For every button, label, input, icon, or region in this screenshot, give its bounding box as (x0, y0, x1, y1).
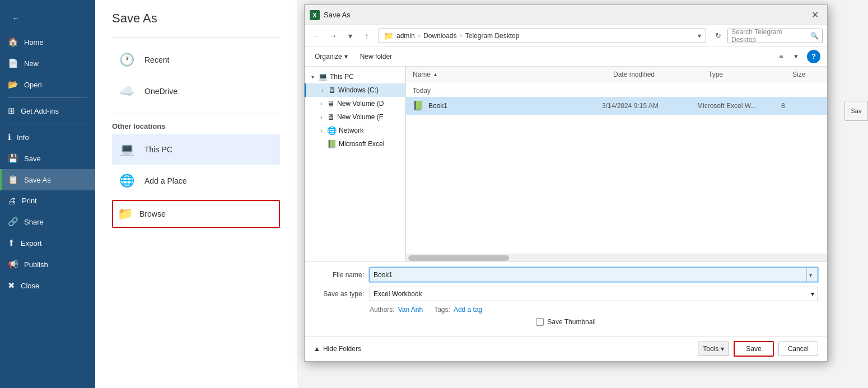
file-size-book1: 8 (781, 102, 820, 110)
tree-item-network[interactable]: › 🌐 Network (305, 124, 405, 137)
forward-button[interactable]: → (326, 29, 340, 43)
hide-folders-button[interactable]: ▲ Hide Folders (314, 345, 361, 353)
save-thumbnail-label[interactable]: Save Thumbnail (547, 318, 596, 326)
export-icon: ⬆ (8, 238, 15, 248)
tools-button[interactable]: Tools ▾ (698, 342, 729, 356)
location-item-this-pc[interactable]: 💻 This PC (112, 134, 280, 165)
tree-expand-nvd: › (318, 101, 325, 107)
dialog-organize-toolbar: Organize ▾ New folder ≡ ▾ ? (305, 46, 827, 67)
organize-label: Organize (315, 53, 342, 60)
nav-item-info[interactable]: ℹ Info (0, 127, 95, 148)
tree-item-microsoft-excel[interactable]: 📗 Microsoft Excel (305, 137, 405, 151)
nav-item-export[interactable]: ⬆ Export (0, 232, 95, 254)
save-as-type-select[interactable]: Excel Workbook ▾ (370, 287, 818, 301)
group-label-today: Today (413, 87, 431, 95)
authors-label: Authors: (370, 306, 395, 314)
tree-item-this-pc[interactable]: ▾ 💻 This PC (305, 70, 405, 83)
address-dropdown-arrow[interactable]: ▾ (698, 32, 701, 40)
nav-close-label: Close (21, 282, 39, 290)
nav-item-save[interactable]: 💾 Save (0, 148, 95, 169)
file-date-book1: 3/14/2024 9:15 AM (602, 102, 697, 110)
nav-divider-1 (8, 97, 87, 98)
tree-expand-this-pc: ▾ (309, 74, 316, 80)
nav-item-addins[interactable]: ⊞ Get Add-ins (0, 100, 95, 121)
save-thumbnail-checkbox[interactable] (536, 318, 544, 326)
backstage-nav: ← 🏠 Home 📄 New 📂 Open ⊞ Get Add-ins ℹ In… (0, 0, 95, 388)
recent-icon: 🕐 (115, 49, 138, 71)
nav-share-label: Share (24, 218, 44, 226)
tree-item-new-volume-d[interactable]: › 🖥 New Volume (D (305, 97, 405, 110)
nav-item-new[interactable]: 📄 New (0, 53, 95, 74)
nav-item-home[interactable]: 🏠 Home (0, 31, 95, 53)
thumbnail-row: Save Thumbnail (314, 318, 818, 326)
horizontal-scrollbar[interactable] (406, 254, 827, 261)
recent-label: Recent (144, 55, 169, 64)
col-size[interactable]: Size (788, 71, 827, 78)
file-name-value: Book1 (374, 271, 806, 279)
search-bar[interactable]: Search Telegram Desktop 🔍 (727, 29, 823, 43)
view-dropdown-button[interactable]: ▾ (789, 50, 802, 63)
save-as-type-label: Save as type: (314, 290, 370, 298)
file-row-book1[interactable]: 📗 Book1 3/14/2024 9:15 AM Microsoft Exce… (406, 97, 827, 115)
print-icon: 🖨 (8, 196, 16, 205)
add-tag-button[interactable]: Add a tag (454, 306, 482, 314)
dialog-titlebar: X Save As ✕ (305, 5, 827, 25)
authors-item: Authors: Van Anh (370, 306, 423, 314)
file-panel: Name ▲ Date modified Type Size Today (406, 67, 827, 261)
nav-item-share[interactable]: 🔗 Share (0, 211, 95, 232)
backstage-content: Save As 🕐 Recent ☁️ OneDrive Other locat… (95, 0, 297, 388)
cancel-button[interactable]: Cancel (778, 342, 818, 356)
excel-tree-label: Microsoft Excel (339, 140, 384, 148)
refresh-button[interactable]: ↻ (711, 29, 725, 43)
view-list-button[interactable]: ≡ (774, 50, 788, 63)
file-name-dropdown-arrow[interactable]: ▾ (806, 268, 814, 282)
col-size-label: Size (792, 71, 805, 78)
up-button[interactable]: ↑ (360, 29, 374, 43)
save-button[interactable]: Save (734, 341, 773, 357)
excel-x-label: X (312, 12, 316, 18)
new-folder-button[interactable]: New folder (356, 50, 396, 63)
back-button[interactable]: ← (309, 29, 324, 43)
address-bar[interactable]: 📁 admin › Downloads › Telegram Desktop ▾ (379, 29, 706, 43)
browse-item[interactable]: 📁 Browse (112, 200, 280, 228)
tree-item-windows-c[interactable]: › 🖥 Windows (C:) (305, 83, 405, 97)
browse-icon: 📁 (118, 207, 133, 221)
this-pc-label: This PC (144, 145, 172, 154)
file-icon-book1: 📗 (413, 100, 424, 111)
tree-item-new-volume-e[interactable]: › 🖥 New Volume (E (305, 110, 405, 124)
col-type[interactable]: Type (704, 71, 788, 78)
save-icon: 💾 (8, 153, 18, 163)
nav-item-open[interactable]: 📂 Open (0, 74, 95, 95)
hscroll-thumb[interactable] (408, 255, 509, 261)
save-type-dropdown-arrow[interactable]: ▾ (811, 290, 814, 298)
col-date-modified[interactable]: Date modified (609, 71, 704, 78)
nav-item-save-as[interactable]: 📋 Save As (0, 169, 95, 190)
nav-item-publish[interactable]: 📢 Publish (0, 254, 95, 275)
organize-button[interactable]: Organize ▾ (311, 50, 351, 63)
home-icon: 🏠 (8, 37, 18, 47)
help-button[interactable]: ? (807, 50, 820, 63)
location-item-add-place[interactable]: 🌐 Add a Place (112, 165, 280, 197)
dropdown-recent-button[interactable]: ▾ (343, 29, 357, 43)
col-name-label: Name (413, 71, 431, 78)
nav-back-button[interactable]: ← (4, 7, 27, 29)
file-type-book1: Microsoft Excel W... (697, 102, 781, 110)
tools-arrow-icon: ▾ (721, 345, 724, 353)
nav-item-close[interactable]: ✖ Close (0, 275, 95, 296)
location-item-recent[interactable]: 🕐 Recent (112, 44, 280, 76)
organize-arrow-icon: ▾ (344, 53, 348, 60)
dialog-close-button[interactable]: ✕ (807, 7, 823, 23)
backstage-title: Save As (112, 11, 280, 26)
onedrive-label: OneDrive (144, 87, 178, 96)
file-name-input[interactable]: Book1 ▾ (370, 268, 818, 282)
col-date-label: Date modified (613, 71, 655, 78)
tags-item: Tags: Add a tag (434, 306, 482, 314)
col-name[interactable]: Name ▲ (406, 71, 609, 78)
nav-item-print[interactable]: 🖨 Print (0, 190, 95, 211)
location-item-onedrive[interactable]: ☁️ OneDrive (112, 76, 280, 107)
new-volume-d-label: New Volume (D (337, 100, 384, 107)
windows-c-label: Windows (C:) (338, 86, 379, 94)
authors-value[interactable]: Van Anh (398, 306, 423, 314)
add-place-label: Add a Place (144, 176, 187, 185)
search-placeholder-text: Search Telegram Desktop (731, 28, 808, 44)
